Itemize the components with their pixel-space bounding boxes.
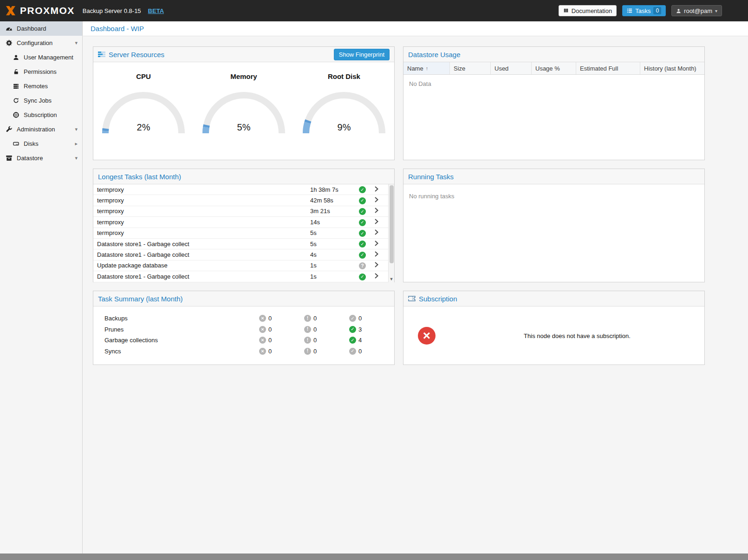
column-header-name[interactable]: Name↑ xyxy=(403,62,450,74)
ok-count-icon xyxy=(349,326,356,333)
dashboard-icon xyxy=(6,25,13,32)
open-task-chevron-icon[interactable] xyxy=(375,208,388,215)
column-header-used[interactable]: Used xyxy=(491,62,532,74)
task-name: termproxy xyxy=(93,229,310,236)
task-row[interactable]: Datastore store1 - Garbage collect 5s xyxy=(93,239,388,249)
memory-gauge-label: Memory xyxy=(194,72,294,80)
hdd-icon xyxy=(13,140,20,147)
product-version: Backup Server 0.8-15 xyxy=(83,7,141,14)
subscription-panel: Subscription × This node does not have a… xyxy=(403,291,705,365)
sidebar: Dashboard Configuration ▾ User Managemen… xyxy=(0,21,83,553)
task-row[interactable]: termproxy 42m 58s xyxy=(93,195,388,206)
sidebar-item-label: Permissions xyxy=(24,68,57,75)
sidebar-item-disks[interactable]: Disks ▸ xyxy=(0,137,82,151)
scrollbar-down-arrow-icon[interactable]: ▼ xyxy=(389,276,394,282)
sidebar-item-configuration[interactable]: Configuration ▾ xyxy=(0,36,82,50)
task-duration: 5s xyxy=(310,241,359,247)
task-row[interactable]: Datastore store1 - Garbage collect 4s xyxy=(93,249,388,260)
main-area: Dashboard - WIP Server Resources Show Fi… xyxy=(83,21,748,553)
chevron-down-icon[interactable]: ▾ xyxy=(75,126,78,132)
task-duration: 1s xyxy=(310,262,359,269)
summary-row-prunes[interactable]: Prunes 0 0 3 xyxy=(104,324,394,335)
subscription-ticket-icon xyxy=(408,295,416,302)
warning-count-icon xyxy=(304,348,311,355)
status-ok-icon xyxy=(359,186,366,193)
status-ok-icon xyxy=(359,230,366,237)
tasks-count-badge: 0 xyxy=(653,7,661,14)
running-tasks-header: Running Tasks xyxy=(403,169,704,184)
root-disk-gauge-label: Root Disk xyxy=(294,72,394,80)
scrollbar-thumb[interactable] xyxy=(390,185,394,263)
task-duration: 4s xyxy=(310,251,359,258)
summary-label: Prunes xyxy=(104,326,259,333)
task-row[interactable]: termproxy 3m 21s xyxy=(93,206,388,217)
brand-name: PROXMOX xyxy=(20,5,75,16)
status-ok-icon xyxy=(359,208,366,215)
task-summary-body: Backups 0 0 0 Prunes 0 0 3 Garbage colle… xyxy=(93,306,394,357)
user-menu-button[interactable]: root@pam ▾ xyxy=(671,5,722,16)
brand: PROXMOX Backup Server 0.8-15 BETA xyxy=(5,5,164,16)
task-name: Datastore store1 - Garbage collect xyxy=(93,251,310,258)
open-task-chevron-icon[interactable] xyxy=(375,229,388,236)
running-tasks-panel: Running Tasks No running tasks xyxy=(403,169,705,282)
column-header-history[interactable]: History (last Month) xyxy=(640,62,704,74)
open-task-chevron-icon[interactable] xyxy=(375,251,388,258)
list-icon xyxy=(627,8,632,13)
sidebar-item-datastore[interactable]: Datastore ▾ xyxy=(0,151,82,165)
open-task-chevron-icon[interactable] xyxy=(375,197,388,204)
sidebar-item-label: Sync Jobs xyxy=(24,97,52,104)
server-resources-panel: Server Resources Show Fingerprint CPU 2% xyxy=(93,46,395,160)
open-task-chevron-icon[interactable] xyxy=(375,262,388,269)
task-row[interactable]: termproxy 1h 38m 7s xyxy=(93,184,388,195)
sidebar-item-administration[interactable]: Administration ▾ xyxy=(0,122,82,137)
archive-icon xyxy=(6,155,13,162)
memory-gauge-value: 5% xyxy=(237,122,251,132)
column-header-usage-percent[interactable]: Usage % xyxy=(532,62,576,74)
sidebar-item-subscription[interactable]: Subscription xyxy=(0,108,82,122)
documentation-button[interactable]: Documentation xyxy=(559,5,617,16)
task-row[interactable]: Datastore store1 - Garbage collect 1s xyxy=(93,271,388,282)
sidebar-item-user-management[interactable]: User Management xyxy=(0,50,82,65)
book-icon xyxy=(563,8,569,13)
summary-row-syncs[interactable]: Syncs 0 0 0 xyxy=(104,346,394,357)
user-label: root@pam xyxy=(684,7,712,14)
sidebar-item-label: Administration xyxy=(17,126,55,133)
summary-row-garbage-collections[interactable]: Garbage collections 0 0 4 xyxy=(104,335,394,346)
open-task-chevron-icon[interactable] xyxy=(375,273,388,280)
life-ring-icon xyxy=(13,111,20,118)
summary-row-backups[interactable]: Backups 0 0 0 xyxy=(104,313,394,324)
status-unknown-icon xyxy=(359,262,366,269)
sidebar-item-remotes[interactable]: Remotes xyxy=(0,79,82,93)
no-subscription-error-icon: × xyxy=(418,327,436,345)
sidebar-item-sync-jobs[interactable]: Sync Jobs xyxy=(0,93,82,108)
chevron-down-icon[interactable]: ▾ xyxy=(75,155,78,161)
open-task-chevron-icon[interactable] xyxy=(375,241,388,247)
task-row[interactable]: termproxy 5s xyxy=(93,228,388,239)
sidebar-item-permissions[interactable]: Permissions xyxy=(0,65,82,79)
task-row[interactable]: Update package database 1s xyxy=(93,260,388,271)
status-ok-icon xyxy=(359,241,366,247)
user-icon xyxy=(676,8,681,13)
show-fingerprint-button[interactable]: Show Fingerprint xyxy=(334,49,390,60)
beta-link[interactable]: BETA xyxy=(148,7,164,14)
tasks-button[interactable]: Tasks 0 xyxy=(622,5,666,16)
dashboard-content: Server Resources Show Fingerprint CPU 2% xyxy=(83,36,748,365)
cpu-gauge: CPU 2% xyxy=(93,72,194,137)
open-task-chevron-icon[interactable] xyxy=(375,219,388,226)
task-row[interactable]: termproxy 14s xyxy=(93,217,388,228)
ok-count: 0 xyxy=(358,348,362,355)
ok-count: 4 xyxy=(358,337,362,344)
chevron-down-icon[interactable]: ▾ xyxy=(75,40,78,46)
chevron-right-icon[interactable]: ▸ xyxy=(75,141,78,147)
column-header-estimated-full[interactable]: Estimated Full xyxy=(576,62,640,74)
summary-label: Syncs xyxy=(104,348,259,355)
task-name: Datastore store1 - Garbage collect xyxy=(93,241,310,247)
open-task-chevron-icon[interactable] xyxy=(375,186,388,193)
sidebar-item-dashboard[interactable]: Dashboard xyxy=(0,21,82,36)
vertical-scrollbar[interactable]: ▼ xyxy=(388,184,394,282)
root-disk-gauge-value: 9% xyxy=(337,122,351,132)
column-header-size[interactable]: Size xyxy=(450,62,491,74)
warning-count-icon xyxy=(304,337,311,344)
subscription-body: × This node does not have a subscription… xyxy=(403,306,704,365)
sidebar-item-label: Configuration xyxy=(17,39,52,46)
